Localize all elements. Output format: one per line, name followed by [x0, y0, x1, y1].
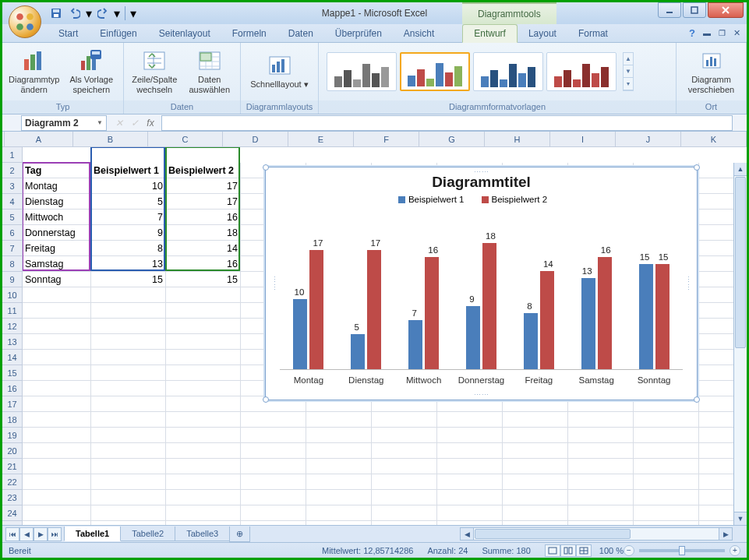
cell[interactable]: [241, 443, 306, 459]
cell[interactable]: [372, 474, 437, 490]
zoom-slider[interactable]: [639, 549, 725, 552]
cell[interactable]: [91, 505, 166, 521]
sheet-tab[interactable]: Tabelle3: [175, 527, 230, 541]
cell[interactable]: [23, 443, 91, 459]
cell[interactable]: 7: [91, 210, 166, 225]
cell[interactable]: [372, 428, 437, 443]
help-icon[interactable]: ?: [689, 27, 695, 39]
cell[interactable]: [306, 459, 372, 474]
chart-legend[interactable]: Beispielwert 1Beispielwert 2: [266, 191, 697, 210]
cell[interactable]: [91, 396, 166, 412]
cell[interactable]: [503, 490, 568, 505]
cell[interactable]: [91, 428, 166, 443]
cell[interactable]: [503, 474, 568, 490]
restore-workbook-icon[interactable]: ❐: [719, 29, 726, 37]
cell[interactable]: [568, 412, 634, 428]
sheet-tab[interactable]: Tabelle2: [120, 527, 175, 541]
name-box[interactable]: Diagramm 2▼: [21, 115, 107, 131]
chart-bar[interactable]: [581, 278, 595, 369]
zoom-level[interactable]: 100 %: [599, 546, 624, 555]
cell[interactable]: [23, 428, 91, 443]
chart-bar[interactable]: [655, 264, 670, 369]
row-header[interactable]: 19: [2, 428, 22, 443]
cell[interactable]: [23, 474, 91, 490]
cell[interactable]: Beispielwert 2: [166, 163, 241, 178]
cell[interactable]: [166, 428, 241, 443]
cell[interactable]: [166, 350, 241, 365]
chart-plot-area[interactable]: 1017Montag517Dienstag716Mittwoch918Donne…: [280, 210, 683, 370]
cell[interactable]: [372, 459, 437, 474]
legend-entry[interactable]: Beispielwert 1: [398, 195, 465, 204]
cell[interactable]: [241, 490, 306, 505]
style-item-1[interactable]: [327, 52, 397, 91]
cell[interactable]: [634, 412, 699, 428]
sheet-nav-first[interactable]: ⏮: [5, 527, 19, 541]
cell[interactable]: 9: [91, 225, 166, 241]
vertical-scrollbar[interactable]: ▲▼: [733, 163, 747, 525]
tab-layout[interactable]: Layout: [518, 25, 567, 42]
cell[interactable]: [166, 459, 241, 474]
cell[interactable]: Donnerstag: [23, 225, 91, 241]
chart-bar[interactable]: [466, 306, 480, 369]
embedded-chart[interactable]: ⋯⋯ ⋯⋯ ⋯⋯ ⋯⋯ Diagrammtitel Beispielwert 1…: [265, 167, 698, 400]
cell[interactable]: [91, 365, 166, 381]
cell[interactable]: [437, 412, 503, 428]
cell[interactable]: 15: [166, 272, 241, 287]
sheet-tab[interactable]: Tabelle1: [64, 527, 121, 541]
cell[interactable]: Freitag: [23, 241, 91, 256]
chart-bar[interactable]: [367, 250, 381, 369]
cell[interactable]: [568, 490, 634, 505]
cell[interactable]: [166, 474, 241, 490]
column-header[interactable]: D: [223, 132, 288, 146]
cell[interactable]: [91, 303, 166, 319]
cell[interactable]: Samstag: [23, 256, 91, 272]
row-header[interactable]: 11: [2, 303, 22, 319]
cell[interactable]: [241, 505, 306, 521]
cell[interactable]: 16: [166, 256, 241, 272]
cell[interactable]: [568, 459, 634, 474]
chart-category[interactable]: 814Freitag: [510, 210, 567, 369]
cell[interactable]: [166, 381, 241, 396]
move-chart-button[interactable]: Diagramm verschieben: [681, 46, 741, 97]
cell[interactable]: [23, 319, 91, 334]
column-header[interactable]: F: [354, 132, 419, 146]
cell[interactable]: [372, 505, 437, 521]
chart-category[interactable]: 716Mittwoch: [395, 210, 453, 369]
tab-entwurf[interactable]: Entwurf: [462, 24, 518, 43]
chart-bar[interactable]: [293, 299, 307, 369]
style-item-4[interactable]: [546, 52, 617, 91]
cell[interactable]: [306, 505, 372, 521]
cell[interactable]: [23, 412, 91, 428]
cell[interactable]: [23, 505, 91, 521]
row-header[interactable]: 21: [2, 459, 22, 474]
cell[interactable]: 17: [166, 178, 241, 194]
quick-layout-button[interactable]: Schnelllayout ▾: [246, 46, 313, 97]
chart-bar[interactable]: [639, 264, 653, 369]
cell[interactable]: [437, 490, 503, 505]
cell[interactable]: 13: [91, 256, 166, 272]
cell[interactable]: [241, 428, 306, 443]
select-data-button[interactable]: Daten auswählen: [184, 46, 236, 97]
cell[interactable]: [568, 443, 634, 459]
cell[interactable]: Montag: [23, 178, 91, 194]
cell[interactable]: 16: [166, 210, 241, 225]
cell[interactable]: [23, 350, 91, 365]
row-header[interactable]: 2: [2, 163, 22, 178]
tab-formeln[interactable]: Formeln: [221, 25, 277, 42]
undo-button[interactable]: [66, 5, 83, 22]
cell[interactable]: [91, 287, 166, 303]
cell[interactable]: [241, 474, 306, 490]
enter-icon[interactable]: ✓: [129, 118, 141, 129]
row-header[interactable]: 8: [2, 256, 22, 272]
row-header[interactable]: 17: [2, 396, 22, 412]
chart-bar[interactable]: [524, 313, 538, 369]
chart-category[interactable]: 517Dienstag: [337, 210, 395, 369]
fx-icon[interactable]: fx: [144, 118, 157, 129]
chart-category[interactable]: 1017Montag: [280, 210, 337, 369]
cell[interactable]: [503, 443, 568, 459]
save-template-button[interactable]: Als Vorlage speichern: [65, 46, 119, 97]
row-header[interactable]: 7: [2, 241, 22, 256]
cell[interactable]: 8: [91, 241, 166, 256]
cell[interactable]: [23, 490, 91, 505]
cell[interactable]: [23, 396, 91, 412]
